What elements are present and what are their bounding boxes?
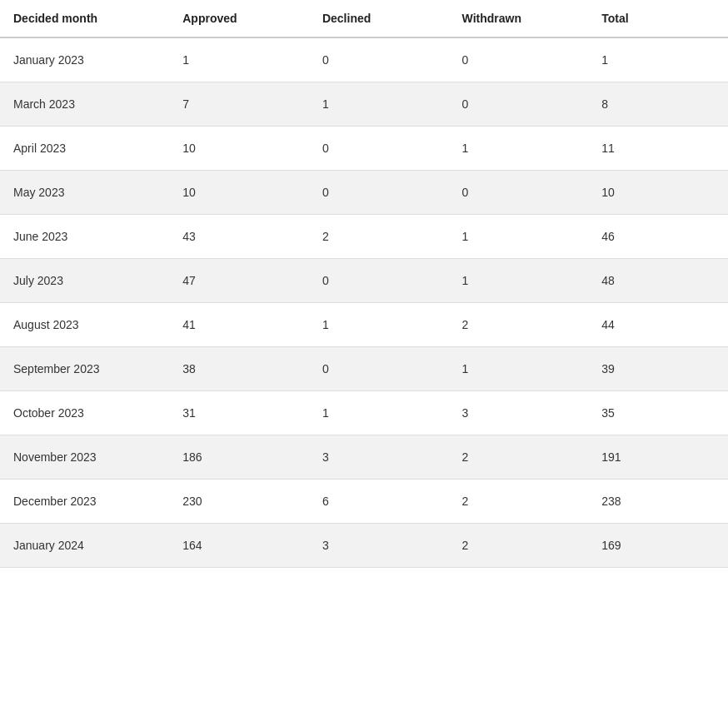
cell-total: 10: [588, 171, 728, 215]
cell-month: September 2023: [0, 347, 169, 391]
table-row: October 2023311335: [0, 391, 728, 435]
col-header-withdrawn: Withdrawn: [449, 0, 589, 37]
cell-total: 48: [588, 259, 728, 303]
cell-month: January 2023: [0, 37, 169, 82]
table-row: September 2023380139: [0, 347, 728, 391]
cell-approved: 164: [169, 524, 309, 568]
table-row: November 202318632191: [0, 435, 728, 480]
cell-declined: 3: [309, 524, 449, 568]
cell-declined: 1: [309, 303, 449, 347]
cell-declined: 0: [309, 127, 449, 171]
table-row: May 2023100010: [0, 171, 728, 215]
col-header-approved: Approved: [169, 0, 309, 37]
cell-declined: 0: [309, 37, 449, 82]
cell-declined: 0: [309, 171, 449, 215]
cell-withdrawn: 2: [449, 435, 589, 480]
cell-total: 191: [588, 435, 728, 480]
cell-total: 35: [588, 391, 728, 435]
cell-approved: 10: [169, 171, 309, 215]
cell-total: 39: [588, 347, 728, 391]
cell-total: 169: [588, 524, 728, 568]
cell-withdrawn: 0: [449, 171, 589, 215]
cell-withdrawn: 1: [449, 259, 589, 303]
cell-withdrawn: 3: [449, 391, 589, 435]
col-header-total: Total: [588, 0, 728, 37]
cell-month: March 2023: [0, 82, 169, 127]
table-header-row: Decided month Approved Declined Withdraw…: [0, 0, 728, 37]
table-row: July 2023470148: [0, 259, 728, 303]
table-row: June 2023432146: [0, 215, 728, 259]
table-container: Decided month Approved Declined Withdraw…: [0, 0, 728, 568]
table-row: March 20237108: [0, 82, 728, 127]
col-header-decided-month: Decided month: [0, 0, 169, 37]
cell-declined: 0: [309, 259, 449, 303]
decisions-table: Decided month Approved Declined Withdraw…: [0, 0, 728, 568]
cell-withdrawn: 1: [449, 127, 589, 171]
cell-month: November 2023: [0, 435, 169, 480]
cell-withdrawn: 2: [449, 480, 589, 524]
cell-total: 8: [588, 82, 728, 127]
cell-total: 238: [588, 480, 728, 524]
cell-declined: 1: [309, 82, 449, 127]
cell-month: October 2023: [0, 391, 169, 435]
cell-withdrawn: 1: [449, 215, 589, 259]
cell-total: 46: [588, 215, 728, 259]
cell-withdrawn: 0: [449, 37, 589, 82]
table-row: December 202323062238: [0, 480, 728, 524]
cell-total: 11: [588, 127, 728, 171]
cell-declined: 2: [309, 215, 449, 259]
cell-approved: 186: [169, 435, 309, 480]
cell-withdrawn: 0: [449, 82, 589, 127]
cell-month: January 2024: [0, 524, 169, 568]
cell-declined: 1: [309, 391, 449, 435]
cell-declined: 0: [309, 347, 449, 391]
cell-withdrawn: 1: [449, 347, 589, 391]
cell-declined: 6: [309, 480, 449, 524]
cell-total: 1: [588, 37, 728, 82]
table-row: January 202416432169: [0, 524, 728, 568]
cell-withdrawn: 2: [449, 303, 589, 347]
cell-month: December 2023: [0, 480, 169, 524]
cell-approved: 7: [169, 82, 309, 127]
cell-month: June 2023: [0, 215, 169, 259]
cell-withdrawn: 2: [449, 524, 589, 568]
cell-month: May 2023: [0, 171, 169, 215]
cell-approved: 10: [169, 127, 309, 171]
cell-month: August 2023: [0, 303, 169, 347]
cell-month: July 2023: [0, 259, 169, 303]
col-header-declined: Declined: [309, 0, 449, 37]
cell-total: 44: [588, 303, 728, 347]
cell-approved: 1: [169, 37, 309, 82]
cell-approved: 38: [169, 347, 309, 391]
cell-approved: 41: [169, 303, 309, 347]
cell-month: April 2023: [0, 127, 169, 171]
cell-approved: 47: [169, 259, 309, 303]
cell-declined: 3: [309, 435, 449, 480]
table-row: April 2023100111: [0, 127, 728, 171]
cell-approved: 43: [169, 215, 309, 259]
table-row: August 2023411244: [0, 303, 728, 347]
cell-approved: 31: [169, 391, 309, 435]
table-body: January 20231001March 20237108April 2023…: [0, 37, 728, 568]
cell-approved: 230: [169, 480, 309, 524]
table-row: January 20231001: [0, 37, 728, 82]
